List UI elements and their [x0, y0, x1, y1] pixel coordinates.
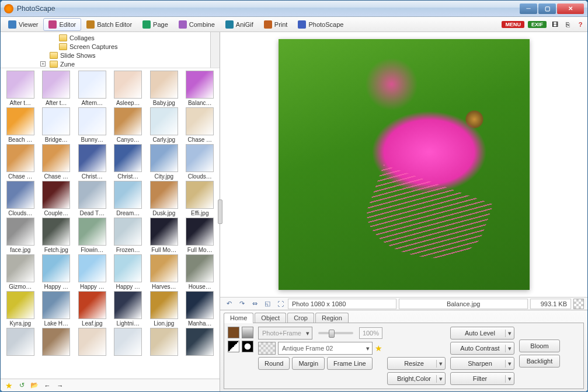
thumbnail[interactable]: Dusk.jpg	[147, 181, 182, 216]
thumbnail[interactable]: Carly.jpg	[147, 107, 182, 143]
fit-width-icon[interactable]: ⇔	[249, 299, 260, 309]
thumbnail[interactable]: Harves…	[147, 254, 182, 290]
control-tab-region[interactable]: Region	[315, 313, 349, 323]
thumbnail[interactable]: Manha…	[183, 291, 218, 327]
tab-page[interactable]: Page	[137, 18, 173, 31]
tab-photoscape[interactable]: PhotoScape	[293, 18, 349, 31]
control-tab-crop[interactable]: Crop	[287, 313, 314, 323]
thumbnail[interactable]: Couple…	[39, 181, 74, 216]
backlight-button[interactable]: Backlight	[519, 355, 560, 368]
fit-icon[interactable]: ⛶	[275, 299, 286, 309]
tab-viewer[interactable]: Viewer	[3, 18, 43, 31]
thumbnail[interactable]: Lion.jpg	[147, 291, 182, 327]
thumbnail[interactable]: Flowin…	[75, 218, 110, 253]
control-tab-object[interactable]: Object	[255, 313, 286, 323]
thumbnail[interactable]	[147, 328, 182, 357]
tab-print[interactable]: Print	[259, 18, 293, 31]
thumbnail[interactable]: Full Mo…	[147, 218, 182, 253]
tab-combine[interactable]: Combine	[173, 18, 220, 31]
thumbnail[interactable]: After t…	[39, 71, 74, 106]
thumbnail[interactable]: Chase …	[39, 144, 74, 180]
swatch-sepia[interactable]	[228, 327, 239, 338]
thumbnail[interactable]: Kyra.jpg	[3, 291, 38, 327]
thumbnail[interactable]: Happy …	[39, 254, 74, 290]
tree-item[interactable]: Slide Shows	[3, 51, 217, 60]
thumbnail[interactable]: Frozen…	[111, 218, 146, 253]
thumbnail[interactable]: Asleep…	[111, 71, 146, 106]
tree-scrollbar[interactable]	[210, 32, 220, 68]
thumbnail[interactable]: Clouds…	[3, 181, 38, 216]
thumbnail[interactable]: Chase …	[3, 144, 38, 180]
undo-icon[interactable]: ↶	[224, 299, 234, 309]
forward-icon[interactable]: →	[55, 381, 65, 390]
sharpen-button[interactable]: Sharpen	[450, 357, 514, 370]
thumbnail[interactable]: Dream…	[111, 181, 146, 216]
filter-button[interactable]: Filter	[450, 372, 514, 385]
menu-badge[interactable]: MENU	[502, 21, 524, 28]
tree-item[interactable]: +Zune	[3, 60, 217, 68]
bright-color-button[interactable]: Bright,Color	[387, 372, 446, 385]
expand-icon[interactable]: +	[40, 61, 46, 66]
thumbnail[interactable]: Aftern…	[75, 71, 110, 106]
tree-item[interactable]: Screen Captures	[3, 42, 217, 51]
actual-size-icon[interactable]: ◱	[262, 299, 273, 309]
thumbnail[interactable]: Bridge…	[39, 107, 74, 143]
thumbnail[interactable]	[111, 328, 146, 357]
swatch-gray[interactable]	[242, 327, 253, 338]
thumbnail[interactable]: House…	[183, 254, 218, 290]
exif-badge[interactable]: EXIF	[528, 21, 547, 28]
tab-batch-editor[interactable]: Batch Editor	[81, 18, 137, 31]
thumbnail[interactable]: Happy …	[111, 254, 146, 290]
thumbnail[interactable]: Christ…	[75, 144, 110, 180]
thumbnail[interactable]: Leaf.jpg	[75, 291, 110, 327]
refresh-icon[interactable]: ↺	[17, 381, 26, 390]
thumbnail[interactable]	[75, 328, 110, 357]
swatch-invert[interactable]	[242, 341, 253, 352]
thumbnail[interactable]: After t…	[3, 71, 38, 106]
tree-item[interactable]: Collages	[3, 33, 217, 42]
thumbnail[interactable]: Christ…	[111, 144, 146, 180]
bloom-button[interactable]: Bloom	[519, 340, 560, 352]
close-button[interactable]: ✕	[557, 4, 584, 14]
photo-frame-dropdown[interactable]: Photo+Frame	[258, 327, 312, 340]
thumbnail[interactable]: Lightni…	[111, 291, 146, 327]
thumbnail[interactable]: Chase …	[183, 107, 218, 143]
thumbnail[interactable]: Gizmo…	[3, 254, 38, 290]
thumbnail[interactable]: Bunny…	[75, 107, 110, 143]
thumbnail[interactable]	[39, 328, 74, 357]
frame-dropdown[interactable]: Antique Frame 02	[278, 342, 373, 355]
thumbnail[interactable]: Baby.jpg	[147, 71, 182, 106]
thumbnail[interactable]: Lake H…	[39, 291, 74, 327]
thumbnail[interactable]: Clouds…	[183, 144, 218, 180]
resize-button[interactable]: Resize	[387, 357, 446, 370]
transparency-icon[interactable]	[573, 299, 584, 309]
tab-editor[interactable]: Editor	[43, 18, 81, 31]
thumbnail[interactable]: Balanc…	[183, 71, 218, 106]
maximize-button[interactable]: ▢	[538, 4, 556, 14]
thumbnail[interactable]: City.jpg	[147, 144, 182, 180]
thumbnail[interactable]: Beach …	[3, 107, 38, 143]
thumbnail[interactable]	[3, 328, 38, 357]
frame-line-button[interactable]: Frame Line	[327, 357, 373, 370]
margin-button[interactable]: Margin	[292, 357, 325, 370]
swatch-bw[interactable]	[228, 341, 239, 352]
film-icon[interactable]: 🎞	[550, 20, 559, 29]
thumbnail[interactable]: Effi.jpg	[183, 181, 218, 216]
thumbnail[interactable]: Full Mo…	[183, 218, 218, 253]
redo-icon[interactable]: ↷	[236, 299, 247, 309]
thumbnail[interactable]: Dead T…	[75, 181, 110, 216]
open-folder-icon[interactable]: 📂	[30, 381, 39, 390]
favorite-star-icon[interactable]: ★	[375, 344, 382, 353]
auto-contrast-button[interactable]: Auto Contrast	[450, 342, 514, 355]
thumbnail[interactable]: Happy …	[75, 254, 110, 290]
back-icon[interactable]: ←	[43, 381, 52, 390]
auto-level-button[interactable]: Auto Level	[450, 327, 514, 340]
thumbnail[interactable]: face.jpg	[3, 218, 38, 253]
thumbnail[interactable]: Fetch.jpg	[39, 218, 74, 253]
round-button[interactable]: Round	[258, 357, 290, 370]
star-icon[interactable]: ★	[4, 381, 13, 390]
help-icon[interactable]: ?	[576, 20, 585, 29]
thumbnail[interactable]: Canyo…	[111, 107, 146, 143]
zoom-slider[interactable]	[318, 332, 353, 334]
thumbnail[interactable]	[183, 328, 218, 357]
